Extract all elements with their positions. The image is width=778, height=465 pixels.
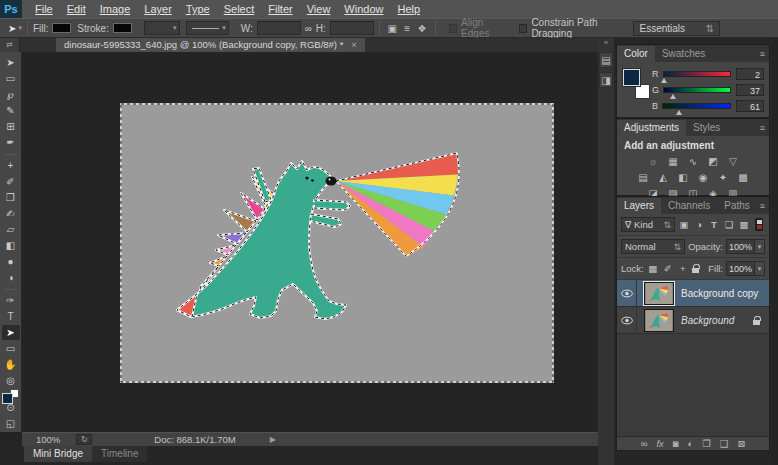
tab-timeline[interactable]: Timeline (92, 446, 147, 462)
brightness-contrast-icon[interactable]: ☼ (647, 156, 660, 167)
channel-mixer-icon[interactable]: ✦ (717, 172, 730, 183)
blur-tool[interactable]: ● (2, 254, 20, 269)
blue-slider-thumb[interactable] (676, 110, 682, 115)
new-adjustment-layer-icon[interactable]: ◐ (688, 438, 694, 449)
stroke-swatch[interactable] (113, 23, 132, 33)
workspace-switcher[interactable]: Essentials ⇅ (633, 21, 720, 36)
color-panel-swatches[interactable] (622, 67, 652, 99)
hue-saturation-icon[interactable]: ▤ (637, 172, 650, 183)
status-icon[interactable]: ↻ (76, 434, 92, 445)
tab-paths[interactable]: Paths (717, 198, 757, 214)
foreground-color-swatch[interactable] (2, 393, 13, 404)
properties-panel-icon[interactable]: ◨ (599, 72, 613, 88)
panel-menu-icon[interactable]: ≡ (760, 49, 769, 59)
lock-all-icon[interactable] (692, 268, 699, 273)
tool-preset-button[interactable]: ➤ ▾ (8, 23, 22, 34)
tab-layers[interactable]: Layers (617, 198, 661, 214)
menu-filter[interactable]: Filter (261, 3, 299, 15)
history-brush-tool[interactable]: ✍ (2, 206, 20, 221)
menu-type[interactable]: Type (179, 3, 217, 15)
new-group-icon[interactable]: ❐ (702, 438, 711, 449)
vibrance-icon[interactable]: ▽ (727, 156, 740, 167)
opacity-value[interactable]: 100% (726, 239, 754, 254)
layer-name[interactable]: Background (681, 315, 734, 326)
eyedropper-tool[interactable]: ✒ (2, 135, 20, 150)
menu-layer[interactable]: Layer (137, 3, 179, 15)
blue-slider[interactable] (662, 103, 731, 109)
align-edges-checkbox[interactable] (449, 24, 458, 33)
width-input[interactable] (257, 21, 301, 35)
zoom-tool[interactable]: ◎ (2, 373, 20, 388)
zoom-level-field[interactable]: 100% (36, 434, 60, 445)
healing-brush-tool[interactable]: + (2, 158, 20, 173)
link-layers-icon[interactable]: ∞ (641, 438, 648, 449)
status-flyout-icon[interactable]: ▶ (270, 435, 276, 444)
layer-row-background[interactable]: Background (617, 307, 769, 334)
fill-swatch[interactable] (52, 23, 71, 33)
document-tab[interactable]: dinosaur-5995333_640.jpg @ 100% (Backgro… (56, 38, 365, 52)
tab-swatches[interactable]: Swatches (655, 46, 712, 62)
levels-icon[interactable]: ▦ (667, 156, 680, 167)
layer-thumbnail[interactable] (644, 282, 674, 305)
tab-mini-bridge[interactable]: Mini Bridge (24, 446, 92, 462)
background-color-swatch[interactable] (635, 84, 650, 99)
history-panel-icon[interactable]: ▤ (599, 52, 613, 68)
visibility-toggle[interactable] (617, 280, 637, 306)
shape-tool[interactable]: ▭ (2, 341, 20, 356)
screen-mode-button[interactable]: ◱ (2, 416, 20, 431)
green-value[interactable]: 37 (736, 84, 764, 96)
eraser-tool[interactable]: ▱ (2, 222, 20, 237)
shape-filter-icon[interactable]: ❏ (723, 219, 735, 230)
pixel-filter-icon[interactable]: ▣ (678, 219, 690, 230)
marquee-tool[interactable]: ▭ (2, 71, 20, 86)
curves-icon[interactable]: ∿ (687, 156, 700, 167)
pen-tool[interactable]: ✑ (2, 293, 20, 308)
menu-image[interactable]: Image (93, 3, 138, 15)
panel-menu-icon[interactable]: ≡ (760, 123, 769, 133)
menu-help[interactable]: Help (390, 3, 427, 15)
filter-kind-dropdown[interactable]: ∇ Kind ⇅ (621, 217, 675, 232)
blue-value[interactable]: 61 (736, 100, 764, 112)
crop-tool[interactable]: ⊞ (2, 119, 20, 134)
dodge-tool[interactable]: ◑ (2, 270, 20, 285)
foreground-color-swatch[interactable] (623, 69, 640, 86)
color-lookup-icon[interactable]: ▩ (737, 172, 750, 183)
type-filter-icon[interactable]: T (708, 219, 720, 230)
quick-selection-tool[interactable]: ✎ (2, 103, 20, 118)
constrain-path-checkbox[interactable] (519, 24, 528, 33)
layer-mask-icon[interactable]: ◙ (673, 438, 679, 449)
green-slider[interactable] (663, 87, 731, 93)
smart-object-filter-icon[interactable]: ▩ (738, 219, 750, 230)
adjustment-filter-icon[interactable]: ◑ (693, 219, 705, 230)
foreground-background-swatches[interactable] (2, 393, 19, 398)
menu-window[interactable]: Window (337, 3, 390, 15)
path-selection-tool[interactable]: ➤ (2, 325, 20, 340)
photo-filter-icon[interactable]: ◉ (697, 172, 710, 183)
gradient-tool[interactable]: ◧ (2, 238, 20, 253)
red-value[interactable]: 2 (736, 68, 764, 80)
tab-adjustments[interactable]: Adjustments (617, 120, 686, 136)
tab-scroll-button[interactable]: ⇄ (0, 38, 20, 52)
stroke-type-dropdown[interactable]: ▾ (186, 21, 229, 35)
color-balance-icon[interactable]: ◭ (657, 172, 670, 183)
new-layer-icon[interactable]: ❑ (720, 438, 729, 449)
layer-thumbnail[interactable] (644, 309, 674, 332)
menu-select[interactable]: Select (217, 3, 262, 15)
link-dimensions-icon[interactable]: ∞ (301, 23, 316, 34)
lasso-tool[interactable]: ℘ (2, 87, 20, 102)
green-slider-thumb[interactable] (670, 94, 676, 99)
layer-row-background-copy[interactable]: Background copy (617, 280, 769, 307)
hand-tool[interactable]: ✋ (2, 357, 20, 372)
lock-paint-icon[interactable]: ✐ (662, 263, 674, 274)
exposure-icon[interactable]: ◩ (707, 156, 720, 167)
layer-style-icon[interactable]: fx (656, 438, 663, 449)
fill-control[interactable]: 100% ▾ (726, 261, 765, 276)
path-operations-icon[interactable]: ▣ (385, 23, 400, 34)
tab-styles[interactable]: Styles (686, 120, 727, 136)
visibility-toggle[interactable] (617, 307, 637, 333)
black-white-icon[interactable]: ◧ (677, 172, 690, 183)
fill-value[interactable]: 100% (726, 261, 754, 276)
expand-dock-icon[interactable]: « (604, 38, 608, 48)
chevron-down-icon[interactable]: ▾ (754, 261, 765, 276)
tab-color[interactable]: Color (617, 46, 655, 62)
